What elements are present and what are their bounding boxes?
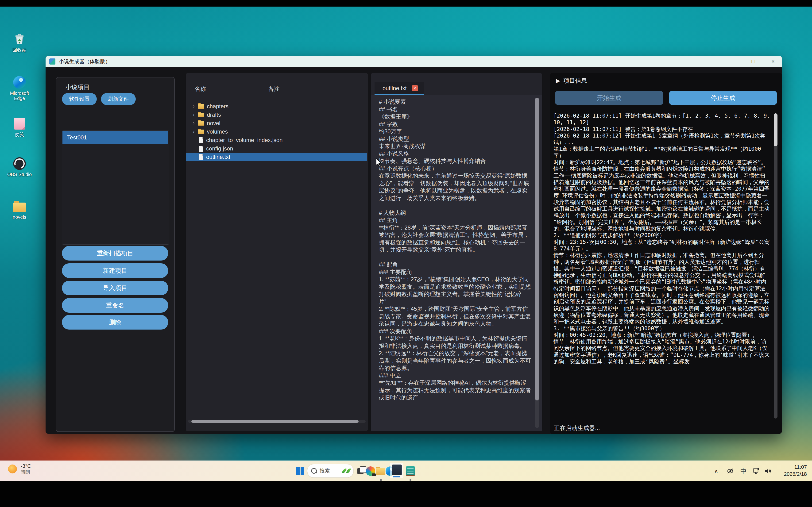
desktop-icon-obs[interactable]: OBS Studio xyxy=(4,156,35,177)
notes-app-button[interactable] xyxy=(405,466,416,476)
tree-row-drafts[interactable]: › drafts xyxy=(186,111,367,119)
new-project-button[interactable]: 新建项目 xyxy=(62,263,168,278)
file-icon xyxy=(199,146,203,152)
file-explorer-icon xyxy=(376,468,385,475)
running-indicator-dot xyxy=(410,479,412,481)
editor-body[interactable]: # 小说要素 ## 书名 《数据王座》 ## 字数 约30万字 ## 小说类型 … xyxy=(371,95,542,431)
tree-row-chapters[interactable]: › chapters xyxy=(186,102,367,111)
letterbox-bottom xyxy=(0,481,812,507)
rescan-project-button[interactable]: 重新扫描项目 xyxy=(62,246,168,261)
folder-icon xyxy=(198,129,204,134)
project-list-item[interactable]: Test001 xyxy=(62,131,168,144)
desktop-icon-label: 回收站 xyxy=(4,47,35,53)
log-scrollbar-thumb[interactable] xyxy=(774,113,777,146)
hidden-icons-icon[interactable] xyxy=(725,466,736,476)
triangle-right-icon[interactable]: ▶ xyxy=(556,77,560,84)
project-list: Test001 xyxy=(62,130,169,244)
running-indicator-dot xyxy=(380,479,382,481)
refresh-files-button[interactable]: 刷新文件 xyxy=(101,93,136,105)
active-app-indicator xyxy=(393,476,400,477)
tree-row-config-json[interactable]: config.json xyxy=(186,144,367,153)
column-header-note[interactable]: 备注 xyxy=(268,85,280,93)
tab-outline-txt[interactable]: outline.txt × xyxy=(375,82,424,94)
recycle-bin-icon xyxy=(12,32,27,47)
obs-icon xyxy=(12,156,27,171)
tree-row-index-json[interactable]: chapter_to_volume_index.json xyxy=(186,136,367,144)
clock-date: 2026/2/18 xyxy=(784,471,807,477)
search-icon xyxy=(311,468,317,474)
generation-log[interactable]: [2026-02-18 11:07:11] 开始生成第1卷的章节：[1, 2, … xyxy=(553,112,770,420)
stop-generate-button[interactable]: 停止生成 xyxy=(669,91,777,105)
sun-icon xyxy=(8,464,17,473)
screen: 回收站 Microsoft Edge 便笺 OBS Studio novels … xyxy=(0,0,812,507)
weather-widget[interactable]: -3°C 晴朗 xyxy=(8,463,31,475)
copilot-button[interactable] xyxy=(365,466,376,476)
clock-time: 11:07 xyxy=(784,463,807,471)
close-button[interactable]: × xyxy=(768,58,778,65)
clock[interactable]: 11:07 2026/2/18 xyxy=(784,463,807,477)
notes-app-icon xyxy=(406,466,415,476)
desktop-icon-edge[interactable]: Microsoft Edge xyxy=(4,75,35,101)
windows-logo-icon xyxy=(295,466,305,475)
weather-condition: 晴朗 xyxy=(21,469,31,475)
start-generate-button[interactable]: 开始生成 xyxy=(555,91,663,105)
active-app-icon xyxy=(392,464,402,475)
file-icon xyxy=(199,154,203,160)
delete-button[interactable]: 删除 xyxy=(62,315,168,330)
copilot-icon xyxy=(366,466,375,476)
start-button[interactable] xyxy=(295,465,306,476)
folder-icon xyxy=(198,113,204,117)
desktop-icon-recycle-bin[interactable]: 回收站 xyxy=(4,32,35,53)
mouse-cursor xyxy=(375,158,384,167)
tab-close-icon[interactable]: × xyxy=(412,85,418,91)
search-placeholder: 搜索 xyxy=(320,467,330,474)
network-icon[interactable] xyxy=(751,466,761,476)
editor-panel: outline.txt × # 小说要素 ## 书名 《数据王座》 ## 字数 … xyxy=(371,73,542,432)
desktop-icon-label: OBS Studio xyxy=(4,172,35,177)
rename-button[interactable]: 重命名 xyxy=(62,298,168,313)
desktop-icon-novels-folder[interactable]: novels xyxy=(4,199,35,220)
tree-row-novel[interactable]: › novel xyxy=(186,119,367,127)
maximize-button[interactable]: □ xyxy=(749,58,758,65)
file-tree-panel: 名称 备注 › chapters › drafts › novel xyxy=(185,73,368,432)
expand-chevron-icon[interactable]: › xyxy=(192,103,196,109)
ime-indicator[interactable]: 中 xyxy=(738,466,749,476)
folder-icon xyxy=(198,104,204,109)
project-panel-title: 小说项目 xyxy=(65,83,90,91)
folder-icon xyxy=(12,199,27,214)
tree-row-volumes[interactable]: › volumes xyxy=(186,127,367,136)
editor-scrollbar-thumb[interactable] xyxy=(535,98,539,400)
file-explorer-button[interactable] xyxy=(375,466,386,476)
app-icon xyxy=(49,58,55,64)
import-project-button[interactable]: 导入项目 xyxy=(62,281,168,295)
search-box[interactable]: 搜索 xyxy=(307,464,354,477)
file-icon xyxy=(199,137,203,143)
weather-temp: -3°C xyxy=(21,463,31,469)
volume-icon[interactable] xyxy=(763,466,773,476)
editor-content[interactable]: # 小说要素 ## 书名 《数据王座》 ## 字数 约30万字 ## 小说类型 … xyxy=(379,98,531,426)
tray-chevron-icon[interactable]: ∧ xyxy=(711,466,721,476)
project-info-panel: ▶ 项目信息 开始生成 停止生成 [2026-02-18 11:07:11] 开… xyxy=(550,73,782,434)
window-title: 小说生成器（体验版） xyxy=(59,58,110,65)
project-info-title: 项目信息 xyxy=(563,77,587,84)
log-scrollbar-track[interactable] xyxy=(774,113,777,418)
desktop-icon-label: Microsoft Edge xyxy=(4,91,35,101)
horizontal-scrollbar-thumb[interactable] xyxy=(192,420,359,423)
column-header-name[interactable]: 名称 xyxy=(195,85,206,93)
taskbar: -3°C 晴朗 搜索 xyxy=(0,460,812,481)
project-panel: 小说项目 软件设置 刷新文件 Test001 重新扫描项目 新建项目 导入项目 … xyxy=(56,77,175,432)
edge-icon xyxy=(12,75,27,90)
desktop-icon-label: novels xyxy=(4,215,35,220)
settings-button[interactable]: 软件设置 xyxy=(62,93,97,105)
status-text: 正在启动生成器... xyxy=(554,424,600,432)
expand-chevron-icon[interactable]: › xyxy=(192,129,196,135)
expand-chevron-icon[interactable]: › xyxy=(192,112,196,118)
task-view-button[interactable] xyxy=(355,466,366,476)
active-app-button[interactable] xyxy=(390,463,403,478)
minimize-button[interactable]: – xyxy=(729,58,738,65)
task-view-icon xyxy=(358,468,364,474)
tree-row-outline-txt[interactable]: outline.txt xyxy=(186,153,367,161)
desktop-icon-sticky-notes[interactable]: 便笺 xyxy=(4,116,35,137)
seasonal-leaf-icon xyxy=(342,468,350,474)
expand-chevron-icon[interactable]: › xyxy=(192,120,196,126)
